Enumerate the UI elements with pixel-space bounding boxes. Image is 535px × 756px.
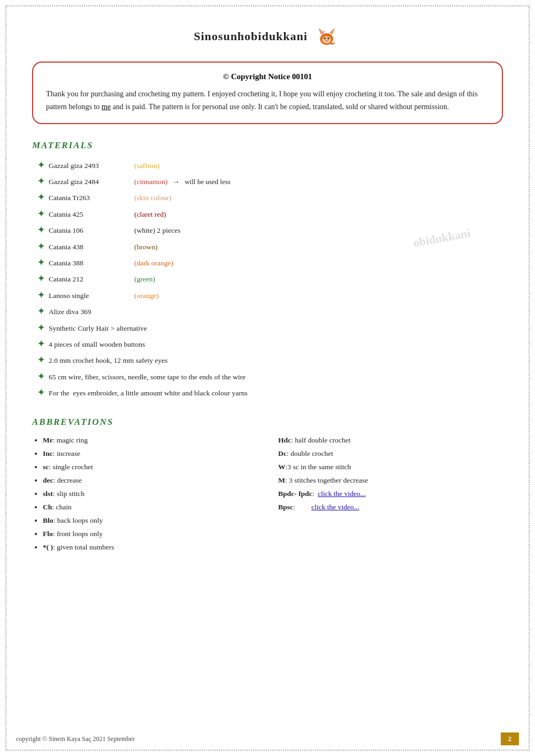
plus-icon: ✦ [37, 369, 44, 385]
plus-icon: ✦ [37, 320, 44, 336]
plus-icon: ✦ [37, 189, 44, 205]
plus-icon: ✦ [37, 336, 44, 352]
abbrev-dc: Dc: double crochet [278, 447, 503, 461]
list-item: ✦ Catania 106 (white) 2 pieces [37, 222, 503, 238]
svg-point-12 [322, 30, 323, 32]
plus-icon: ✦ [37, 206, 44, 222]
abbrev-right-col: Hdc: half double crochet Dc: double croc… [278, 434, 503, 554]
plus-icon: ✦ [37, 239, 44, 255]
list-item: Flo: front loops only [43, 528, 257, 541]
page: Sinosunhobidukkani [0, 0, 535, 756]
svg-point-13 [323, 30, 325, 32]
bpdc-link[interactable]: click the video... [318, 490, 366, 498]
svg-point-9 [328, 38, 329, 39]
abbrev-bpdc: Bpdc- fpdc: click the video... [278, 487, 503, 501]
abbrev-m: M: 3 stitches together decrease [278, 474, 503, 487]
list-item: dec: decrease [43, 474, 257, 487]
list-item: ✦ Gazzal giza 2493 (saffron) [37, 157, 503, 173]
footer-copyright: copyright © Sinem Kaya Saç 2021 Septembe… [16, 735, 135, 743]
list-item: ✦ Catania 425 (claret red) [37, 206, 503, 222]
abbrev-w: W:3 sc in the same stitch [278, 461, 503, 474]
abbrev-left-col: Mr: magic ring Inc: increase sc: single … [32, 434, 257, 554]
abbrev-hdc: Hdc: half double crochet [278, 434, 503, 447]
list-item: ✦ Gazzal giza 2484 (cinnamon) → will be … [37, 173, 503, 189]
list-item: ✦ 4 pieces of small wooden buttons [37, 336, 503, 352]
list-item: ✦ 2.0 mm crochet hook, 12 mm safety eyes [37, 352, 503, 368]
copyright-link[interactable]: me [102, 103, 111, 111]
plus-icon: ✦ [37, 255, 44, 271]
copyright-title: © Copyright Notice 00101 [46, 72, 489, 81]
copyright-box: © Copyright Notice 00101 Thank you for p… [32, 62, 503, 124]
footer: copyright © Sinem Kaya Saç 2021 Septembe… [0, 732, 535, 745]
copyright-text: Thank you for purchasing and crocheting … [46, 88, 489, 113]
plus-icon: ✦ [37, 222, 44, 238]
abbreviations-section: ABBREVATIONS Mr: magic ring Inc: increas… [32, 417, 503, 554]
footer-page: 2 [501, 732, 519, 745]
plus-icon: ✦ [37, 303, 44, 319]
svg-point-5 [322, 36, 331, 44]
list-item: slst: slip stitch [43, 487, 257, 501]
list-item: ✦ Lanoso single (orange) [37, 287, 503, 303]
svg-point-7 [327, 37, 329, 39]
plus-icon: ✦ [37, 173, 44, 189]
list-item: sc: single crochet [43, 461, 257, 474]
fox-icon [312, 21, 341, 51]
list-item: ✦ Catania 388 (dark orange) [37, 255, 503, 271]
abbreviations-heading: ABBREVATIONS [32, 417, 503, 427]
plus-icon: ✦ [37, 287, 44, 303]
abbrev-left-list: Mr: magic ring Inc: increase sc: single … [32, 434, 257, 554]
abbreviations-columns: Mr: magic ring Inc: increase sc: single … [32, 434, 503, 554]
bpsc-link[interactable]: click the video... [311, 503, 360, 511]
list-item: ✦ For the eyes embroider, a little amoun… [37, 385, 503, 401]
plus-icon: ✦ [37, 352, 44, 368]
list-item: ✦ Catania 438 (brown) [37, 239, 503, 255]
list-item: ✦ Catania 212 (green) [37, 271, 503, 287]
list-item: Ch: chain [43, 501, 257, 514]
list-item: *( ): given total numbers [43, 541, 257, 554]
list-item: Inc: increase [43, 447, 257, 461]
list-item: ✦ 65 cm wire, fiber, scissors, needle, s… [37, 369, 503, 385]
list-item: ✦ Synthetic Curly Hair > alternative [37, 320, 503, 336]
svg-point-8 [325, 38, 325, 39]
header: Sinosunhobidukkani [32, 21, 503, 51]
list-item: ✦ Alize diva 369 [37, 303, 503, 319]
brand-title: Sinosunhobidukkani [194, 29, 308, 43]
list-item: Blo: back loops only [43, 514, 257, 528]
materials-heading: MATERIALS [32, 140, 503, 151]
plus-icon: ✦ [37, 271, 44, 287]
materials-list: ✦ Gazzal giza 2493 (saffron) ✦ Gazzal gi… [32, 157, 503, 401]
list-item: ✦ Catania Tr263 (skin colour) [37, 189, 503, 205]
list-item: Mr: magic ring [43, 434, 257, 447]
plus-icon: ✦ [37, 385, 44, 401]
svg-point-6 [324, 37, 325, 39]
svg-point-10 [326, 40, 327, 41]
plus-icon: ✦ [37, 157, 44, 173]
materials-section: MATERIALS ✦ Gazzal giza 2493 (saffron) ✦… [32, 140, 503, 401]
abbrev-bpsc: Bpsc: click the video... [278, 501, 503, 514]
